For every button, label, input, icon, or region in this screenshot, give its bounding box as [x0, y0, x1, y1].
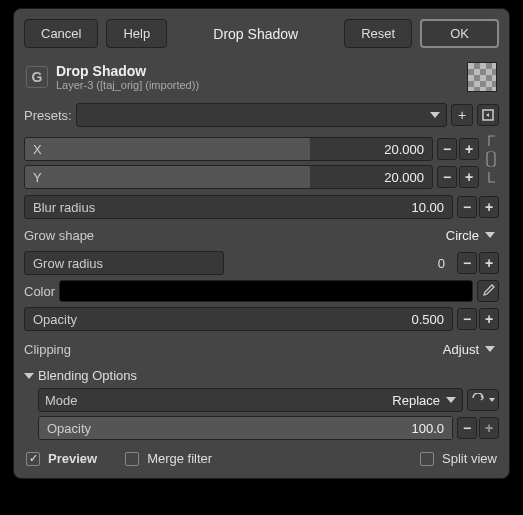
opacity-decrement-button[interactable]: − [457, 308, 477, 330]
split-view-checkbox[interactable] [420, 452, 434, 466]
preview-checkbox[interactable] [26, 452, 40, 466]
layer-info: Layer-3 ([taj_orig] (imported)) [56, 79, 199, 91]
blend-opacity-value: 100.0 [411, 421, 444, 436]
eyedropper-icon[interactable] [477, 280, 499, 302]
blend-mode-value: Replace [392, 393, 440, 408]
x-decrement-button[interactable]: − [437, 138, 457, 160]
blend-opacity-slider[interactable]: Opacity 100.0 [38, 416, 453, 440]
blend-opacity-label: Opacity [47, 421, 411, 436]
preview-thumbnail[interactable] [467, 62, 497, 92]
filter-header: G Drop Shadow Layer-3 ([taj_orig] (impor… [14, 56, 509, 96]
blur-decrement-button[interactable]: − [457, 196, 477, 218]
blend-opacity-decrement-button[interactable]: − [457, 417, 477, 439]
link-xy-icon[interactable] [483, 134, 499, 192]
y-value: 20.000 [384, 170, 424, 185]
blend-mode-select[interactable]: Mode Replace [38, 388, 463, 412]
blur-value: 10.00 [411, 200, 444, 215]
merge-filter-label: Merge filter [147, 451, 212, 466]
opacity-increment-button[interactable]: + [479, 308, 499, 330]
clipping-label: Clipping [24, 342, 443, 357]
grow-shape-value: Circle [446, 228, 479, 243]
add-preset-icon[interactable]: + [451, 104, 473, 126]
y-slider[interactable]: Y 20.000 [24, 165, 433, 189]
grow-radius-increment-button[interactable]: + [479, 252, 499, 274]
y-increment-button[interactable]: + [459, 166, 479, 188]
presets-label: Presets: [24, 108, 72, 123]
clipping-value: Adjust [443, 342, 479, 357]
dialog-footer: Preview Merge filter Split view [24, 443, 499, 468]
blend-mode-switch-icon[interactable] [467, 389, 499, 411]
x-slider[interactable]: X 20.000 [24, 137, 433, 161]
grow-radius-decrement-button[interactable]: − [457, 252, 477, 274]
grow-shape-select[interactable]: Grow shape Circle [24, 223, 499, 247]
opacity-label: Opacity [33, 312, 411, 327]
y-decrement-button[interactable]: − [437, 166, 457, 188]
grow-radius-value: 0 [228, 256, 453, 271]
reset-button[interactable]: Reset [344, 19, 412, 48]
dialog-body: Presets: + X 20.000 − + [14, 96, 509, 478]
opacity-slider[interactable]: Opacity 0.500 [24, 307, 453, 331]
grow-shape-label: Grow shape [24, 228, 446, 243]
blending-title: Blending Options [38, 368, 137, 383]
blend-opacity-increment-button[interactable]: + [479, 417, 499, 439]
x-value: 20.000 [384, 142, 424, 157]
blur-increment-button[interactable]: + [479, 196, 499, 218]
titlebar: Cancel Help Drop Shadow Reset OK [14, 9, 509, 56]
help-button[interactable]: Help [106, 19, 167, 48]
grow-radius-slider[interactable]: Grow radius [24, 251, 224, 275]
filter-name: Drop Shadow [56, 63, 199, 79]
grow-radius-label: Grow radius [33, 256, 215, 271]
cancel-button[interactable]: Cancel [24, 19, 98, 48]
chevron-down-icon [24, 373, 34, 379]
color-well[interactable] [59, 280, 473, 302]
opacity-value: 0.500 [411, 312, 444, 327]
blur-label: Blur radius [33, 200, 411, 215]
y-label: Y [33, 170, 384, 185]
dialog-title: Drop Shadow [207, 26, 304, 42]
blending-expander[interactable]: Blending Options [24, 364, 499, 385]
x-increment-button[interactable]: + [459, 138, 479, 160]
split-view-label: Split view [442, 451, 497, 466]
clipping-select[interactable]: Clipping Adjust [24, 337, 499, 361]
blur-slider[interactable]: Blur radius 10.00 [24, 195, 453, 219]
gimp-icon: G [26, 66, 48, 88]
blend-mode-label: Mode [45, 393, 392, 408]
merge-filter-checkbox[interactable] [125, 452, 139, 466]
preview-label: Preview [48, 451, 97, 466]
presets-combo[interactable] [76, 103, 447, 127]
ok-button[interactable]: OK [420, 19, 499, 48]
x-label: X [33, 142, 384, 157]
color-label: Color [24, 284, 55, 299]
dialog-window: Cancel Help Drop Shadow Reset OK G Drop … [13, 8, 510, 479]
manage-presets-icon[interactable] [477, 104, 499, 126]
